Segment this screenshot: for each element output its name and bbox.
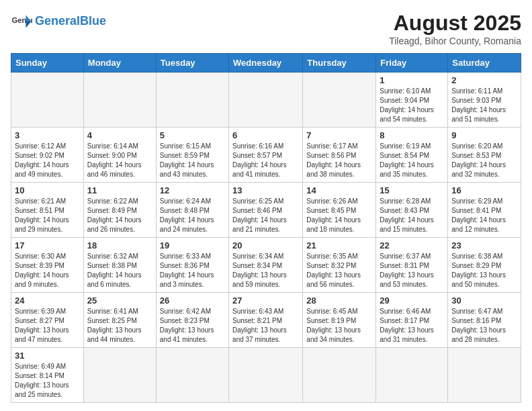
calendar-day-cell: 5Sunrise: 6:15 AM Sunset: 8:59 PM Daylig… (156, 128, 228, 183)
day-info: Sunrise: 6:20 AM Sunset: 8:53 PM Dayligh… (451, 142, 517, 179)
calendar-day-cell: 19Sunrise: 6:33 AM Sunset: 8:36 PM Dayli… (156, 238, 228, 293)
weekday-header: Thursday (303, 54, 376, 73)
calendar-day-cell: 14Sunrise: 6:26 AM Sunset: 8:45 PM Dayli… (303, 183, 376, 238)
day-number: 9 (451, 130, 517, 140)
day-info: Sunrise: 6:46 AM Sunset: 8:17 PM Dayligh… (380, 307, 444, 345)
calendar-day-cell: 8Sunrise: 6:19 AM Sunset: 8:54 PM Daylig… (376, 128, 448, 183)
day-info: Sunrise: 6:30 AM Sunset: 8:39 PM Dayligh… (15, 252, 80, 289)
day-number: 11 (87, 185, 152, 195)
calendar-day-cell (156, 348, 228, 403)
day-number: 12 (160, 185, 225, 195)
weekday-header: Wednesday (229, 54, 303, 73)
day-number: 15 (380, 185, 444, 195)
day-number: 17 (15, 240, 80, 250)
calendar-day-cell: 17Sunrise: 6:30 AM Sunset: 8:39 PM Dayli… (11, 238, 84, 293)
calendar-day-cell: 30Sunrise: 6:47 AM Sunset: 8:16 PM Dayli… (448, 293, 521, 348)
calendar-day-cell: 7Sunrise: 6:17 AM Sunset: 8:56 PM Daylig… (303, 128, 376, 183)
day-number: 26 (160, 295, 225, 306)
calendar-day-cell (156, 73, 228, 128)
day-info: Sunrise: 6:14 AM Sunset: 9:00 PM Dayligh… (87, 142, 152, 179)
day-number: 23 (451, 240, 517, 250)
logo-blue: Blue (80, 14, 106, 28)
calendar-day-cell: 12Sunrise: 6:24 AM Sunset: 8:48 PM Dayli… (156, 183, 228, 238)
logo-text: GeneralBlue (35, 15, 106, 28)
weekday-header: Tuesday (156, 54, 228, 73)
logo-icon: General (11, 11, 32, 32)
calendar-day-cell: 16Sunrise: 6:29 AM Sunset: 8:41 PM Dayli… (448, 183, 521, 238)
day-number: 19 (160, 240, 225, 250)
calendar-day-cell: 4Sunrise: 6:14 AM Sunset: 9:00 PM Daylig… (83, 128, 156, 183)
day-number: 1 (380, 75, 444, 85)
day-number: 13 (232, 185, 299, 195)
calendar-day-cell: 3Sunrise: 6:12 AM Sunset: 9:02 PM Daylig… (11, 128, 84, 183)
calendar-week-row: 1Sunrise: 6:10 AM Sunset: 9:04 PM Daylig… (11, 73, 521, 128)
calendar-day-cell: 9Sunrise: 6:20 AM Sunset: 8:53 PM Daylig… (448, 128, 521, 183)
day-info: Sunrise: 6:45 AM Sunset: 8:19 PM Dayligh… (306, 307, 372, 345)
calendar-day-cell: 26Sunrise: 6:42 AM Sunset: 8:23 PM Dayli… (156, 293, 228, 348)
day-number: 20 (232, 240, 299, 250)
day-info: Sunrise: 6:33 AM Sunset: 8:36 PM Dayligh… (160, 252, 225, 289)
calendar-day-cell: 29Sunrise: 6:46 AM Sunset: 8:17 PM Dayli… (376, 293, 448, 348)
calendar-week-row: 31Sunrise: 6:49 AM Sunset: 8:14 PM Dayli… (11, 348, 521, 403)
calendar-day-cell: 10Sunrise: 6:21 AM Sunset: 8:51 PM Dayli… (11, 183, 84, 238)
day-number: 16 (451, 185, 517, 195)
day-number: 3 (15, 130, 80, 140)
calendar-day-cell: 20Sunrise: 6:34 AM Sunset: 8:34 PM Dayli… (229, 238, 303, 293)
calendar-table: SundayMondayTuesdayWednesdayThursdayFrid… (11, 53, 521, 403)
logo: General GeneralBlue (11, 11, 106, 32)
calendar-day-cell: 2Sunrise: 6:11 AM Sunset: 9:03 PM Daylig… (448, 73, 521, 128)
day-info: Sunrise: 6:12 AM Sunset: 9:02 PM Dayligh… (15, 142, 80, 179)
day-info: Sunrise: 6:43 AM Sunset: 8:21 PM Dayligh… (232, 307, 299, 345)
calendar-day-cell (11, 73, 84, 128)
calendar-day-cell: 25Sunrise: 6:41 AM Sunset: 8:25 PM Dayli… (83, 293, 156, 348)
weekday-header: Sunday (11, 54, 84, 73)
calendar-day-cell (83, 348, 156, 403)
calendar-week-row: 24Sunrise: 6:39 AM Sunset: 8:27 PM Dayli… (11, 293, 521, 348)
day-info: Sunrise: 6:17 AM Sunset: 8:56 PM Dayligh… (306, 142, 372, 179)
calendar-week-row: 10Sunrise: 6:21 AM Sunset: 8:51 PM Dayli… (11, 183, 521, 238)
day-info: Sunrise: 6:25 AM Sunset: 8:46 PM Dayligh… (232, 197, 299, 234)
day-number: 2 (451, 75, 517, 85)
location: Tileagd, Bihor County, Romania (389, 36, 521, 46)
day-info: Sunrise: 6:38 AM Sunset: 8:29 PM Dayligh… (451, 252, 517, 289)
day-number: 6 (232, 130, 299, 140)
calendar-day-cell (229, 73, 303, 128)
calendar-day-cell (303, 73, 376, 128)
day-number: 24 (15, 295, 80, 306)
calendar-day-cell: 23Sunrise: 6:38 AM Sunset: 8:29 PM Dayli… (448, 238, 521, 293)
calendar-day-cell (83, 73, 156, 128)
day-number: 22 (380, 240, 444, 250)
day-info: Sunrise: 6:32 AM Sunset: 8:38 PM Dayligh… (87, 252, 152, 289)
logo-general: General (35, 14, 80, 28)
weekday-header: Saturday (448, 54, 521, 73)
day-number: 27 (232, 295, 299, 306)
weekday-header: Monday (83, 54, 156, 73)
calendar-week-row: 3Sunrise: 6:12 AM Sunset: 9:02 PM Daylig… (11, 128, 521, 183)
day-info: Sunrise: 6:24 AM Sunset: 8:48 PM Dayligh… (160, 197, 225, 234)
calendar-day-cell: 28Sunrise: 6:45 AM Sunset: 8:19 PM Dayli… (303, 293, 376, 348)
day-info: Sunrise: 6:39 AM Sunset: 8:27 PM Dayligh… (15, 307, 80, 345)
day-number: 14 (306, 185, 372, 195)
page-header: General GeneralBlue August 2025 Tileagd,… (11, 11, 521, 46)
calendar-day-cell: 15Sunrise: 6:28 AM Sunset: 8:43 PM Dayli… (376, 183, 448, 238)
calendar-day-cell: 31Sunrise: 6:49 AM Sunset: 8:14 PM Dayli… (11, 348, 84, 403)
day-info: Sunrise: 6:11 AM Sunset: 9:03 PM Dayligh… (451, 87, 517, 124)
day-info: Sunrise: 6:41 AM Sunset: 8:25 PM Dayligh… (87, 307, 152, 345)
day-number: 8 (380, 130, 444, 140)
calendar-day-cell: 27Sunrise: 6:43 AM Sunset: 8:21 PM Dayli… (229, 293, 303, 348)
day-number: 29 (380, 295, 444, 306)
day-info: Sunrise: 6:49 AM Sunset: 8:14 PM Dayligh… (15, 362, 80, 400)
calendar-day-cell (303, 348, 376, 403)
calendar-day-cell: 13Sunrise: 6:25 AM Sunset: 8:46 PM Dayli… (229, 183, 303, 238)
day-info: Sunrise: 6:19 AM Sunset: 8:54 PM Dayligh… (380, 142, 444, 179)
calendar-day-cell: 6Sunrise: 6:16 AM Sunset: 8:57 PM Daylig… (229, 128, 303, 183)
month-year: August 2025 (389, 11, 521, 36)
day-info: Sunrise: 6:28 AM Sunset: 8:43 PM Dayligh… (380, 197, 444, 234)
weekday-header: Friday (376, 54, 448, 73)
day-number: 25 (87, 295, 152, 306)
day-info: Sunrise: 6:22 AM Sunset: 8:49 PM Dayligh… (87, 197, 152, 234)
calendar-day-cell (229, 348, 303, 403)
calendar-day-cell: 18Sunrise: 6:32 AM Sunset: 8:38 PM Dayli… (83, 238, 156, 293)
day-info: Sunrise: 6:34 AM Sunset: 8:34 PM Dayligh… (232, 252, 299, 289)
calendar-day-cell: 22Sunrise: 6:37 AM Sunset: 8:31 PM Dayli… (376, 238, 448, 293)
